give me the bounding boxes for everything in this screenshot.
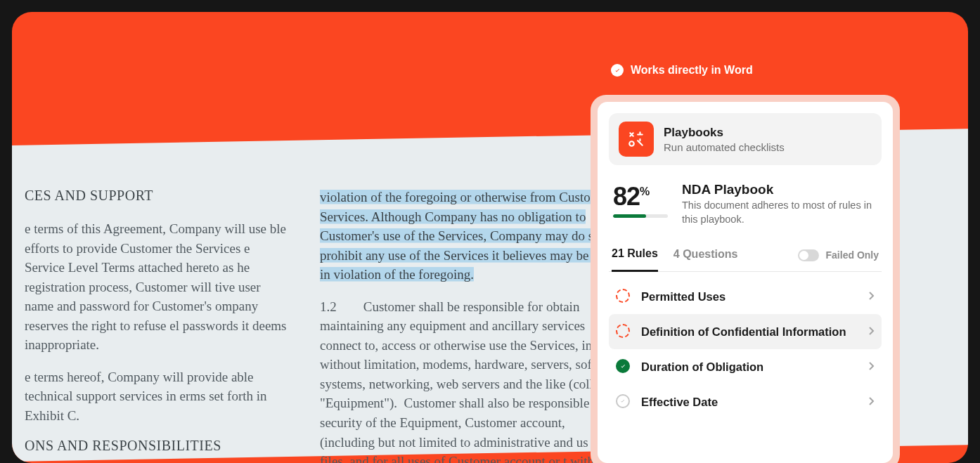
score-unit: % — [640, 185, 650, 197]
playbooks-header-card[interactable]: Playbooks Run automated checklists — [609, 113, 882, 165]
tab-rules[interactable]: 21 Rules — [612, 239, 658, 272]
status-neutral-icon — [616, 394, 631, 410]
doc-paragraph: e terms hereof, Company will provide abl… — [25, 367, 292, 425]
chevron-right-icon — [869, 360, 875, 373]
rule-item[interactable]: Definition of Confidential Information — [609, 314, 882, 349]
card-subtitle: Run automated checklists — [664, 141, 785, 153]
works-in-word-banner: Works directly in Word — [611, 64, 753, 77]
doc-paragraph: 1.2 Customer shall be responsible for ob… — [320, 296, 615, 463]
rule-label: Duration of Obligation — [641, 360, 859, 374]
failed-only-label: Failed Only — [826, 249, 879, 261]
doc-highlighted-text[interactable]: violation of the foregoing or otherwise … — [320, 188, 615, 285]
card-title: Playbooks — [664, 126, 785, 140]
score-section: 82% NDA Playbook This document adheres t… — [609, 165, 882, 239]
doc-heading-1: CES AND SUPPORT — [25, 188, 292, 204]
status-pass-icon — [616, 359, 631, 374]
playbooks-icon — [619, 122, 654, 157]
score-progress-track — [613, 214, 668, 218]
doc-paragraph: e terms of this Agreement, Company will … — [25, 219, 292, 355]
banner-text: Works directly in Word — [631, 64, 753, 77]
tabs: 21 Rules 4 Questions Failed Only — [609, 239, 882, 272]
status-partial-icon — [616, 289, 631, 304]
chevron-right-icon — [869, 396, 875, 408]
rule-label: Permitted Uses — [641, 290, 859, 304]
score-value: 82 — [613, 182, 640, 211]
playbook-desc: This document adheres to most of rules i… — [682, 199, 877, 226]
status-partial-icon — [616, 324, 631, 339]
playbook-panel: Playbooks Run automated checklists 82% N… — [591, 95, 900, 463]
rule-item[interactable]: Permitted Uses — [609, 279, 882, 314]
failed-only-toggle[interactable] — [798, 249, 819, 261]
chevron-right-icon — [869, 290, 875, 303]
rule-label: Effective Date — [641, 396, 859, 409]
rule-item[interactable]: Effective Date — [609, 384, 882, 419]
rule-label: Definition of Confidential Information — [641, 325, 859, 339]
check-icon — [611, 64, 624, 77]
score-progress-fill — [613, 214, 646, 218]
chevron-right-icon — [869, 325, 875, 338]
tab-questions[interactable]: 4 Questions — [673, 240, 738, 270]
svg-point-0 — [629, 141, 634, 146]
rule-item[interactable]: Duration of Obligation — [609, 349, 882, 384]
playbook-name: NDA Playbook — [682, 182, 877, 197]
doc-heading-2: ONS AND RESPONSIBILITIES — [25, 438, 292, 454]
app-frame: CES AND SUPPORT e terms of this Agreemen… — [12, 12, 968, 463]
rules-list: Permitted UsesDefinition of Confidential… — [609, 279, 882, 419]
